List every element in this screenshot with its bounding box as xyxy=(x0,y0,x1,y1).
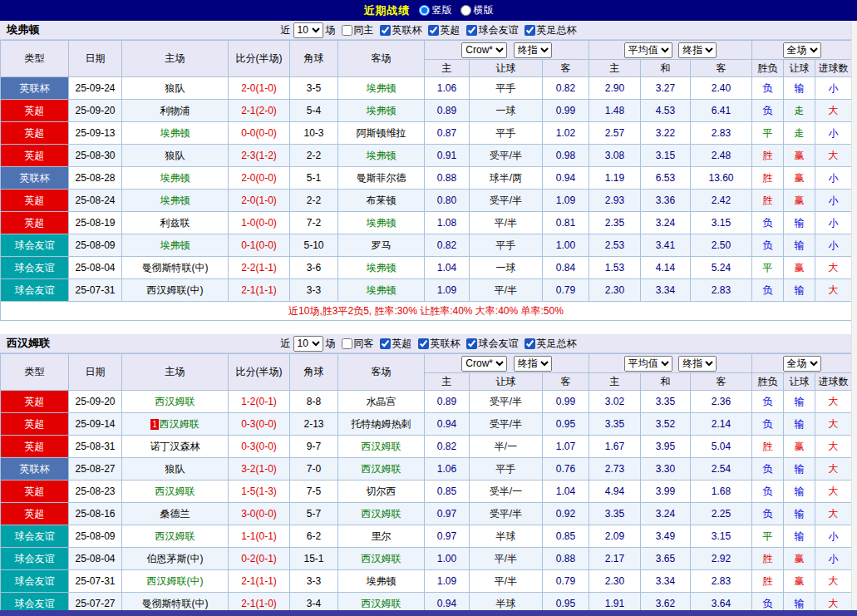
europe-stage-select[interactable]: 终指 xyxy=(678,42,717,58)
away-team[interactable]: 西汉姆联 xyxy=(338,503,425,525)
home-team[interactable]: 西汉姆联 xyxy=(122,480,229,503)
league-checkbox[interactable] xyxy=(380,25,391,36)
same-venue-filter[interactable]: 同主 xyxy=(342,23,374,37)
handicap-stage-select[interactable]: 终指 xyxy=(514,356,552,372)
home-team[interactable]: 埃弗顿 xyxy=(122,122,229,145)
home-team[interactable]: 1西汉姆联 xyxy=(122,413,229,436)
home-team[interactable]: 伯恩茅斯(中) xyxy=(122,548,229,570)
score-link[interactable]: 2-2(1-1) xyxy=(229,257,290,279)
score-link[interactable]: 1-1(0-1) xyxy=(229,525,290,548)
bookmaker-select[interactable]: Crow* xyxy=(461,356,507,372)
team-name[interactable]: 西汉姆联 xyxy=(7,336,50,351)
away-team[interactable]: 水晶宫 xyxy=(338,391,425,413)
league-badge[interactable]: 英超 xyxy=(1,122,69,145)
home-team[interactable]: 狼队 xyxy=(122,77,229,100)
home-team[interactable]: 埃弗顿 xyxy=(122,234,229,257)
away-team[interactable]: 罗马 xyxy=(338,234,425,257)
europe-stage-select[interactable]: 终指 xyxy=(678,356,717,372)
league-filter-2[interactable]: 英联杯 xyxy=(418,337,461,351)
league-filter-2[interactable]: 英超 xyxy=(428,23,461,37)
score-link[interactable]: 1-0(0-0) xyxy=(229,212,290,234)
home-team[interactable]: 利物浦 xyxy=(122,100,229,122)
average-select[interactable]: 平均值 xyxy=(624,356,672,372)
away-team[interactable]: 阿斯顿维拉 xyxy=(338,122,425,145)
fulltime-select[interactable]: 全场 xyxy=(783,356,821,372)
home-team[interactable]: 曼彻斯特联(中) xyxy=(122,257,229,279)
scrollbar-track[interactable] xyxy=(851,21,857,610)
league-filter-1[interactable]: 英超 xyxy=(380,337,412,351)
league-badge[interactable]: 英超 xyxy=(1,413,69,436)
league-filter-4[interactable]: 英足总杯 xyxy=(525,337,577,351)
league-checkbox[interactable] xyxy=(418,338,429,349)
fulltime-select[interactable]: 全场 xyxy=(783,42,821,58)
score-link[interactable]: 3-2(1-0) xyxy=(229,458,290,480)
league-badge[interactable]: 英联杯 xyxy=(1,77,69,100)
league-filter-4[interactable]: 英足总杯 xyxy=(525,23,577,37)
league-checkbox[interactable] xyxy=(466,338,477,349)
score-link[interactable]: 0-3(0-0) xyxy=(229,436,290,458)
layout-horizontal-radio[interactable]: 横版 xyxy=(461,3,494,17)
home-team[interactable]: 西汉姆联(中) xyxy=(122,570,229,593)
layout-vertical-radio[interactable]: 竖版 xyxy=(419,3,452,17)
away-team[interactable]: 埃弗顿 xyxy=(338,77,425,100)
league-badge[interactable]: 英超 xyxy=(1,190,69,212)
home-team[interactable]: 西汉姆联(中) xyxy=(122,279,229,302)
away-team[interactable]: 曼斯菲尔德 xyxy=(338,167,425,190)
score-link[interactable]: 0-0(0-0) xyxy=(229,122,290,145)
league-badge[interactable]: 英超 xyxy=(1,391,69,413)
home-team[interactable]: 西汉姆联 xyxy=(122,525,229,548)
league-checkbox[interactable] xyxy=(525,25,535,36)
away-team[interactable]: 西汉姆联 xyxy=(338,436,425,458)
away-team[interactable]: 埃弗顿 xyxy=(338,279,425,302)
league-badge[interactable]: 英超 xyxy=(1,100,69,122)
bookmaker-select[interactable]: Crow* xyxy=(461,42,507,58)
away-team[interactable]: 埃弗顿 xyxy=(338,212,425,234)
handicap-stage-select[interactable]: 终指 xyxy=(514,42,552,58)
away-team[interactable]: 埃弗顿 xyxy=(338,257,425,279)
score-link[interactable]: 2-1(1-1) xyxy=(229,570,290,593)
horizontal-radio-input[interactable] xyxy=(461,5,471,16)
league-badge[interactable]: 球会友谊 xyxy=(1,548,69,570)
league-filter-1[interactable]: 英联杯 xyxy=(380,23,422,37)
away-team[interactable]: 埃弗顿 xyxy=(338,100,425,122)
league-badge[interactable]: 英联杯 xyxy=(1,167,69,190)
league-badge[interactable]: 英超 xyxy=(1,503,69,525)
league-badge[interactable]: 球会友谊 xyxy=(1,257,69,279)
score-link[interactable]: 2-0(0-0) xyxy=(229,167,290,190)
league-badge[interactable]: 英超 xyxy=(1,436,69,458)
league-checkbox[interactable] xyxy=(525,338,535,349)
score-link[interactable]: 1-5(1-3) xyxy=(229,480,290,503)
league-badge[interactable]: 球会友谊 xyxy=(1,279,69,302)
vertical-radio-input[interactable] xyxy=(419,5,430,16)
score-link[interactable]: 2-0(1-0) xyxy=(229,190,290,212)
home-team[interactable]: 狼队 xyxy=(122,145,229,167)
league-badge[interactable]: 球会友谊 xyxy=(1,570,69,593)
match-count-select[interactable]: 10 xyxy=(293,22,323,38)
league-checkbox[interactable] xyxy=(466,25,477,36)
score-link[interactable]: 0-2(0-1) xyxy=(229,548,290,570)
home-team[interactable]: 桑德兰 xyxy=(122,503,229,525)
match-count-select[interactable]: 10 xyxy=(293,336,323,352)
score-link[interactable]: 0-3(0-0) xyxy=(229,413,290,436)
away-team[interactable]: 埃弗顿 xyxy=(338,145,425,167)
same-venue-filter[interactable]: 同客 xyxy=(342,337,374,351)
league-badge[interactable]: 球会友谊 xyxy=(1,234,69,257)
score-link[interactable]: 0-1(0-0) xyxy=(229,234,290,257)
league-badge[interactable]: 英联杯 xyxy=(1,458,69,480)
league-filter-3[interactable]: 球会友谊 xyxy=(466,337,519,351)
average-select[interactable]: 平均值 xyxy=(624,42,672,58)
score-link[interactable]: 3-0(0-0) xyxy=(229,503,290,525)
home-team[interactable]: 埃弗顿 xyxy=(122,190,229,212)
league-badge[interactable]: 英超 xyxy=(1,145,69,167)
team-name[interactable]: 埃弗顿 xyxy=(7,22,39,37)
away-team[interactable]: 埃弗顿 xyxy=(338,570,425,593)
away-team[interactable]: 切尔西 xyxy=(338,480,425,503)
score-link[interactable]: 2-3(1-2) xyxy=(229,145,290,167)
league-checkbox[interactable] xyxy=(428,25,439,36)
away-team[interactable]: 西汉姆联 xyxy=(338,548,425,570)
away-team[interactable]: 西汉姆联 xyxy=(338,458,425,480)
home-team[interactable]: 西汉姆联 xyxy=(122,391,229,413)
score-link[interactable]: 2-1(2-0) xyxy=(229,100,290,122)
league-badge[interactable]: 英超 xyxy=(1,212,69,234)
same-venue-checkbox[interactable] xyxy=(342,25,352,36)
